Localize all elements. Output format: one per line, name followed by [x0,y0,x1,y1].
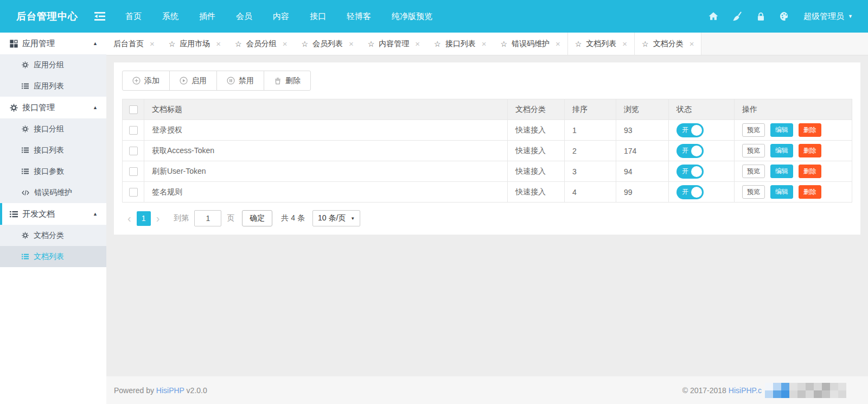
sidebar-item-api-params[interactable]: 接口参数 [0,161,106,182]
add-label: 添加 [144,76,159,86]
star-icon[interactable]: ☆ [575,40,582,48]
tab-member-list[interactable]: ☆ 会员列表 × [294,33,360,55]
delete-row-button[interactable]: 删除 [799,185,821,199]
close-icon[interactable]: × [283,40,288,48]
sidebar-item-api-list[interactable]: 接口列表 [0,140,106,161]
star-icon[interactable]: ☆ [235,40,242,48]
delete-row-button[interactable]: 删除 [799,165,821,178]
tab-app-market[interactable]: ☆ 应用市场 × [162,33,228,55]
toggle-on-label: 开 [682,187,688,197]
close-icon[interactable]: × [349,40,354,48]
clean-cache-icon[interactable] [732,11,742,21]
menu-pure-preview[interactable]: 纯净版预览 [381,0,443,33]
chevron-right-icon[interactable]: › [151,213,165,224]
tab-member-groups[interactable]: ☆ 会员分组 × [228,33,294,55]
star-icon[interactable]: ☆ [169,40,176,48]
trash-icon [274,77,282,85]
col-views: 浏览 [616,99,669,120]
user-dropdown[interactable]: 超级管理员 ▼ [803,11,853,22]
page-1-button[interactable]: 1 [137,211,151,226]
add-button[interactable]: 添加 [122,71,170,91]
toggle-knob [691,187,702,198]
close-icon[interactable]: × [622,40,627,48]
close-icon[interactable]: × [216,40,221,48]
close-icon[interactable]: × [415,40,420,48]
edit-button[interactable]: 编辑 [770,165,793,178]
menu-content[interactable]: 内容 [263,0,299,33]
preview-button[interactable]: 预览 [742,123,765,137]
sidebar-item-doc-list[interactable]: 文档列表 [0,246,106,267]
row-checkbox[interactable] [129,126,138,135]
tab-admin-home[interactable]: 后台首页 × [106,33,162,55]
tab-doc-category[interactable]: ☆ 文档分类 × [635,33,701,55]
close-icon[interactable]: × [150,40,155,48]
enable-button[interactable]: 启用 [169,71,217,91]
sidebar-item-api-groups[interactable]: 接口分组 [0,118,106,140]
disable-button[interactable]: 禁用 [216,71,264,91]
edit-button[interactable]: 编辑 [770,144,793,157]
doc-title: 登录授权 [144,120,508,141]
sidebar-item-app-groups[interactable]: 应用分组 [0,54,106,75]
menu-lite-blog[interactable]: 轻博客 [336,0,381,33]
close-icon[interactable]: × [690,40,694,48]
row-checkbox[interactable] [129,188,138,197]
star-icon[interactable]: ☆ [434,40,441,48]
footer-copyright: © 2017-2018 HisiPHP.c [682,383,846,398]
sidebar-collapse-icon[interactable] [94,11,105,22]
theme-palette-icon[interactable] [780,11,789,21]
hisiphp-link[interactable]: HisiPHP [156,386,184,395]
sidebar-item-error-codes[interactable]: 错误码维护 [0,182,106,203]
tab-error-codes[interactable]: ☆ 错误码维护 × [493,33,567,55]
delete-row-button[interactable]: 删除 [799,144,821,157]
menu-api[interactable]: 接口 [299,0,336,33]
sidebar-item-doc-category[interactable]: 文档分类 [0,225,106,246]
tab-doc-list[interactable]: ☆ 文档列表 × [567,33,635,55]
tab-content-manage[interactable]: ☆ 内容管理 × [361,33,427,55]
th-large-icon [10,40,18,48]
star-icon[interactable]: ☆ [642,40,649,48]
sidebar-group-api-manage[interactable]: 接口管理 ▲ [0,97,106,118]
code-icon [22,189,29,197]
tab-api-list[interactable]: ☆ 接口列表 × [427,33,493,55]
confirm-button[interactable]: 确定 [242,210,272,226]
sidebar-group-dev-docs[interactable]: 开发文档 ▲ [0,203,106,225]
table-row: 刷新User-Token 快速接入 3 94 开 预 [123,161,852,182]
cogs-icon [10,104,18,112]
menu-plugins[interactable]: 插件 [189,0,226,33]
tab-label: 会员分组 [246,39,277,49]
status-toggle[interactable]: 开 [676,165,704,179]
goto-page-input[interactable] [194,210,221,226]
per-page-select[interactable]: 10 条/页 ▼ [312,210,360,226]
delete-row-button[interactable]: 删除 [799,123,821,137]
preview-button[interactable]: 预览 [742,165,765,178]
chevron-left-icon[interactable]: ‹ [122,213,137,224]
star-icon[interactable]: ☆ [368,40,375,48]
edit-button[interactable]: 编辑 [770,123,793,137]
navbar-menu: 首页 系统 插件 会员 内容 接口 轻博客 纯净版预览 [115,0,443,33]
preview-button[interactable]: 预览 [742,185,765,199]
close-icon[interactable]: × [556,40,560,48]
menu-system[interactable]: 系统 [152,0,189,33]
menu-home[interactable]: 首页 [115,0,152,33]
doc-title: 获取Access-Token [144,141,508,161]
status-toggle[interactable]: 开 [676,185,704,199]
close-icon[interactable]: × [482,40,487,48]
status-toggle[interactable]: 开 [676,123,704,137]
sidebar-item-label: 文档分类 [34,231,64,241]
status-toggle[interactable]: 开 [676,144,704,158]
star-icon[interactable]: ☆ [500,40,507,48]
sidebar-item-app-list[interactable]: 应用列表 [0,75,106,97]
row-checkbox[interactable] [129,167,138,176]
lock-screen-icon[interactable] [756,12,765,21]
menu-members[interactable]: 会员 [226,0,263,33]
row-checkbox[interactable] [129,147,138,155]
preview-button[interactable]: 预览 [742,144,765,157]
home-icon[interactable] [709,11,718,21]
select-all-checkbox[interactable] [129,105,138,114]
col-doc-category: 文档分类 [508,99,565,120]
sidebar-group-app-manage[interactable]: 应用管理 ▲ [0,33,106,54]
star-icon[interactable]: ☆ [301,40,308,48]
delete-button[interactable]: 删除 [264,71,311,91]
edit-button[interactable]: 编辑 [770,185,793,199]
hisiphp-site-link[interactable]: HisiPHP.c [729,386,762,395]
